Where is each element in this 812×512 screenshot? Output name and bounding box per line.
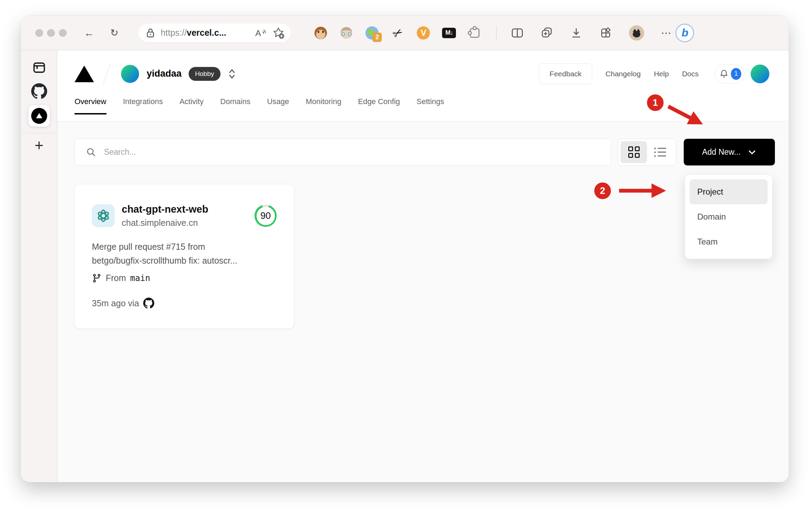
branch-prefix: From bbox=[106, 273, 126, 283]
toolbar-right-group: ⋯ bbox=[511, 25, 672, 41]
search-input[interactable] bbox=[96, 139, 611, 165]
deploy-time-text: 35m ago via bbox=[92, 298, 139, 308]
url-text: https://vercel.c... bbox=[161, 28, 226, 38]
tab-integrations[interactable]: Integrations bbox=[123, 97, 163, 114]
add-new-dropdown: Project Domain Team bbox=[685, 174, 772, 259]
dropdown-item-domain[interactable]: Domain bbox=[690, 204, 768, 229]
tampermonkey-extension-icon[interactable] bbox=[314, 26, 328, 40]
plus-icon: + bbox=[35, 138, 44, 153]
openai-logo-icon bbox=[95, 207, 112, 224]
notifications-button[interactable]: 1 bbox=[715, 64, 744, 84]
grid-view-button[interactable] bbox=[621, 141, 647, 163]
docs-link[interactable]: Docs bbox=[682, 70, 699, 78]
vercel-favicon bbox=[31, 108, 47, 124]
zoom-window-button[interactable] bbox=[59, 29, 67, 37]
plan-badge: Hobby bbox=[189, 67, 221, 81]
github-source-icon bbox=[143, 298, 154, 309]
address-bar[interactable]: https://vercel.c... A bbox=[138, 24, 291, 42]
vercel-dashboard: yidadaa Hobby Feedback Changelog Help Do… bbox=[57, 50, 789, 482]
project-domain[interactable]: chat.simplenaive.cn bbox=[122, 218, 208, 228]
downloads-icon[interactable] bbox=[570, 27, 582, 39]
help-link[interactable]: Help bbox=[654, 70, 669, 78]
add-new-button[interactable]: Add New... bbox=[684, 139, 775, 165]
tab-vercel-active[interactable] bbox=[21, 105, 57, 127]
bing-chat-icon[interactable]: b bbox=[675, 24, 694, 42]
latest-commit-message: Merge pull request #715 from betgo/bugfi… bbox=[92, 240, 277, 267]
extensions-group: 2 ✂ V M↓ bbox=[314, 26, 482, 40]
project-card[interactable]: chat-gpt-next-web chat.simplenaive.cn 90… bbox=[74, 184, 294, 329]
add-new-label: Add New... bbox=[702, 147, 741, 157]
back-icon[interactable]: ← bbox=[84, 28, 94, 38]
profile-avatar[interactable] bbox=[629, 25, 644, 41]
project-name[interactable]: chat-gpt-next-web bbox=[122, 204, 208, 215]
search-icon bbox=[86, 147, 96, 157]
dropdown-item-project[interactable]: Project bbox=[690, 179, 768, 204]
tab-overview[interactable]: Overview bbox=[75, 97, 106, 114]
toolbar-divider bbox=[496, 26, 496, 40]
scissors-extension-icon[interactable]: ✂ bbox=[388, 23, 407, 42]
url-scheme: https:// bbox=[161, 28, 187, 37]
add-favorite-icon[interactable] bbox=[272, 27, 285, 39]
tab-strip-divider bbox=[21, 133, 57, 133]
tab-github[interactable] bbox=[21, 83, 57, 99]
close-window-button[interactable] bbox=[35, 29, 43, 37]
tab-monitoring[interactable]: Monitoring bbox=[306, 97, 342, 114]
team-switcher-icon[interactable] bbox=[227, 68, 236, 80]
minimize-window-button[interactable] bbox=[47, 29, 55, 37]
notification-count-badge: 1 bbox=[731, 68, 741, 80]
vertical-tab-strip: + bbox=[21, 50, 57, 482]
split-screen-icon[interactable] bbox=[511, 27, 524, 39]
commit-line-2: betgo/bugfix-scrollthumb fix: autoscr... bbox=[92, 254, 277, 267]
tab-settings[interactable]: Settings bbox=[417, 97, 444, 114]
grandma-extension-icon[interactable] bbox=[339, 26, 353, 40]
vercel-logo-icon[interactable] bbox=[75, 66, 94, 82]
browser-window: ← ↻ https://vercel.c... A bbox=[21, 16, 789, 482]
read-aloud-icon[interactable]: A bbox=[255, 27, 267, 39]
team-avatar[interactable] bbox=[121, 65, 139, 83]
apps-launcher-icon[interactable] bbox=[599, 26, 612, 40]
changelog-link[interactable]: Changelog bbox=[605, 70, 641, 78]
vimium-extension-icon[interactable]: V bbox=[416, 26, 430, 40]
svg-text:A: A bbox=[256, 28, 261, 38]
tab-panel-icon bbox=[32, 60, 46, 75]
extensions-puzzle-icon[interactable] bbox=[468, 26, 482, 40]
more-menu-icon[interactable]: ⋯ bbox=[661, 27, 672, 39]
browser-toolbar: ← ↻ https://vercel.c... A bbox=[21, 16, 789, 50]
tab-activity[interactable]: Activity bbox=[180, 97, 204, 114]
refresh-icon[interactable]: ↻ bbox=[110, 28, 118, 38]
url-host: vercel.c... bbox=[187, 28, 226, 37]
dashboard-content: Add New... Project Domain Team bbox=[57, 121, 789, 482]
list-view-icon bbox=[654, 148, 666, 157]
chevron-down-icon bbox=[748, 148, 757, 157]
tab-usage[interactable]: Usage bbox=[267, 97, 289, 114]
lock-icon bbox=[146, 28, 155, 38]
team-name[interactable]: yidadaa bbox=[147, 68, 182, 79]
tab-domains[interactable]: Domains bbox=[220, 97, 250, 114]
tab-edge-config[interactable]: Edge Config bbox=[358, 97, 400, 114]
dashboard-header: yidadaa Hobby Feedback Changelog Help Do… bbox=[57, 50, 789, 97]
commit-line-1: Merge pull request #715 from bbox=[92, 240, 277, 254]
lighthouse-score-value: 90 bbox=[257, 207, 275, 225]
branch-row: From main bbox=[92, 273, 277, 283]
new-tab-button[interactable]: + bbox=[21, 138, 57, 153]
feedback-button[interactable]: Feedback bbox=[539, 63, 592, 84]
markdown-extension-icon[interactable]: M↓ bbox=[442, 26, 456, 40]
git-branch-icon bbox=[92, 273, 102, 283]
collections-icon[interactable] bbox=[540, 26, 553, 40]
view-toggle bbox=[618, 139, 676, 165]
dropdown-item-team[interactable]: Team bbox=[690, 229, 768, 254]
grid-view-icon bbox=[628, 146, 640, 158]
user-avatar[interactable] bbox=[751, 65, 769, 83]
header-actions: Feedback Changelog Help Docs 1 bbox=[539, 63, 769, 84]
window-controls bbox=[35, 29, 67, 37]
project-search bbox=[75, 139, 611, 165]
project-favicon bbox=[92, 204, 115, 227]
branch-name: main bbox=[130, 273, 150, 283]
deployment-meta: 35m ago via bbox=[92, 298, 277, 309]
github-icon bbox=[31, 83, 47, 99]
list-view-button[interactable] bbox=[647, 141, 673, 163]
lighthouse-score-ring: 90 bbox=[254, 205, 277, 227]
desktop: ← ↻ https://vercel.c... A bbox=[0, 0, 812, 512]
toggle-vertical-tabs-button[interactable] bbox=[21, 60, 57, 75]
proxy-extension-icon[interactable]: 2 bbox=[365, 26, 379, 40]
